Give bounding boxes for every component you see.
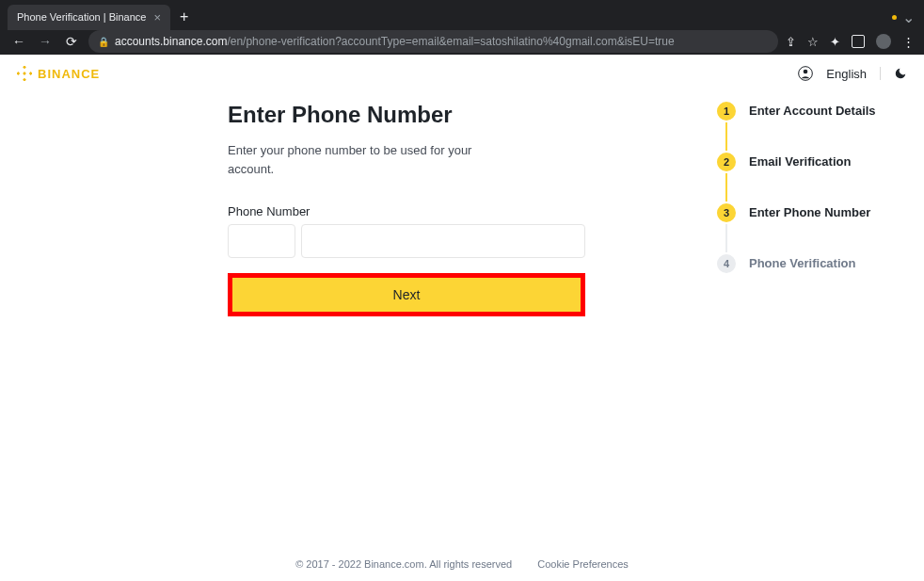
step-badge: 3 — [717, 203, 736, 222]
new-tab-button[interactable]: + — [170, 8, 198, 25]
next-button[interactable]: Next — [232, 278, 581, 312]
step-phone-verification: 4 Phone Verification — [717, 254, 876, 273]
svg-rect-2 — [17, 72, 20, 75]
page-subtitle: Enter your phone number to be used for y… — [228, 141, 472, 178]
address-bar: ← → ⟳ 🔒 accounts.binance.com/en/phone-ve… — [0, 28, 924, 55]
browser-right-icons: ⇪ ☆ ✦ ⋮ — [786, 34, 915, 49]
language-selector[interactable]: English — [826, 67, 867, 81]
brand-logo[interactable]: BINANCE — [17, 66, 100, 81]
step-label: Enter Account Details — [749, 102, 876, 118]
kebab-menu-icon[interactable]: ⋮ — [902, 35, 915, 49]
phone-number-input[interactable] — [301, 224, 585, 258]
step-connector — [725, 224, 727, 252]
svg-rect-3 — [29, 72, 32, 75]
back-icon[interactable]: ← — [9, 34, 28, 49]
profile-icon[interactable] — [876, 34, 891, 49]
step-label: Phone Verification — [749, 254, 855, 270]
step-label: Email Verification — [749, 153, 851, 169]
user-icon[interactable] — [798, 66, 813, 81]
tab-title: Phone Verification | Binance — [17, 11, 146, 23]
tab-bar: Phone Verification | Binance × + ⌄ — [0, 0, 924, 28]
steps-column: 1 Enter Account Details 2 Email Verifica… — [717, 102, 876, 547]
page-topbar: BINANCE English — [0, 55, 924, 92]
forward-icon[interactable]: → — [36, 34, 55, 49]
url-field[interactable]: 🔒 accounts.binance.com/en/phone-verifica… — [88, 30, 778, 53]
step-account-details: 1 Enter Account Details — [717, 102, 876, 153]
step-badge: 4 — [717, 254, 736, 273]
main-content: Enter Phone Number Enter your phone numb… — [0, 92, 924, 547]
step-badge: 1 — [717, 102, 736, 121]
phone-input-row — [228, 224, 585, 258]
step-enter-phone: 3 Enter Phone Number — [717, 203, 876, 254]
lock-icon: 🔒 — [98, 37, 109, 47]
page-title: Enter Phone Number — [228, 102, 585, 128]
cookie-preferences-link[interactable]: Cookie Preferences — [537, 558, 629, 570]
browser-tab[interactable]: Phone Verification | Binance × — [8, 5, 170, 30]
close-tab-icon[interactable]: × — [153, 10, 161, 24]
page: BINANCE English Enter Phone Number Enter… — [0, 55, 924, 581]
country-code-input[interactable] — [228, 224, 295, 258]
next-button-highlight: Next — [228, 273, 585, 316]
svg-rect-0 — [23, 66, 26, 69]
svg-point-6 — [804, 70, 808, 74]
step-connector — [725, 173, 727, 202]
url-text: accounts.binance.com/en/phone-verificati… — [115, 35, 675, 48]
extension-square-icon[interactable] — [852, 35, 865, 48]
step-badge: 2 — [717, 153, 736, 171]
form-column: Enter Phone Number Enter your phone numb… — [228, 102, 585, 547]
step-label: Enter Phone Number — [749, 203, 870, 219]
divider — [880, 67, 881, 80]
phone-label: Phone Number — [228, 204, 585, 218]
chevron-down-icon[interactable]: ⌄ — [902, 8, 915, 26]
footer: © 2017 - 2022 Binance.com. All rights re… — [0, 547, 924, 581]
svg-rect-4 — [23, 72, 26, 75]
extensions-icon[interactable]: ✦ — [830, 35, 840, 49]
browser-chrome: Phone Verification | Binance × + ⌄ ← → ⟳… — [0, 0, 924, 55]
brand-text: BINANCE — [38, 67, 100, 81]
svg-rect-1 — [23, 78, 26, 81]
step-email-verification: 2 Email Verification — [717, 153, 876, 203]
step-connector — [725, 122, 727, 151]
share-icon[interactable]: ⇪ — [786, 35, 796, 49]
reload-icon[interactable]: ⟳ — [62, 34, 81, 49]
copyright-text: © 2017 - 2022 Binance.com. All rights re… — [295, 558, 512, 570]
bookmark-icon[interactable]: ☆ — [807, 35, 819, 49]
binance-logo-icon — [17, 66, 32, 81]
notification-dot-icon — [892, 15, 897, 20]
theme-toggle-icon[interactable] — [894, 67, 907, 80]
